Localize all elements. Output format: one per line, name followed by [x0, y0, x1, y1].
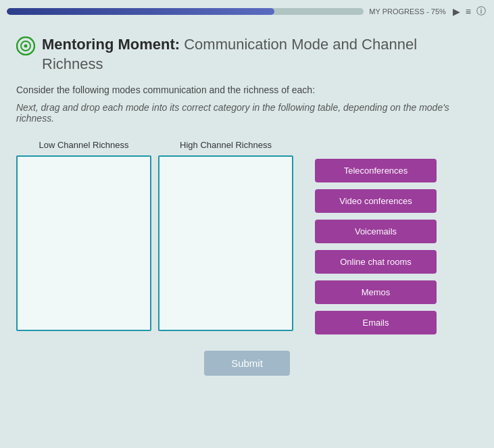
columns-container: Low Channel Richness High Channel Richne…: [16, 140, 293, 331]
high-channel-drop-zone[interactable]: [158, 155, 293, 331]
item-emails[interactable]: Emails: [315, 311, 437, 334]
high-channel-label: High Channel Richness: [180, 140, 272, 150]
top-icons: ▶ ≡ ⓘ: [451, 4, 487, 19]
mentoring-icon: [16, 36, 35, 55]
main-content: Mentoring Moment: Communication Mode and…: [0, 23, 494, 388]
instruction-line2: Next, drag and drop each mode into its c…: [16, 102, 478, 124]
item-video-conferences[interactable]: Video conferences: [315, 189, 437, 213]
drag-items-list: Teleconferences Video conferences Voicem…: [315, 140, 437, 334]
low-channel-drop-zone[interactable]: [16, 155, 151, 331]
high-channel-column: High Channel Richness: [158, 140, 293, 331]
page-title: Mentoring Moment: Communication Mode and…: [42, 35, 478, 74]
progress-track: [7, 8, 364, 15]
item-online-chat-rooms[interactable]: Online chat rooms: [315, 250, 437, 274]
progress-label: MY PROGRESS - 75%: [369, 7, 446, 16]
low-channel-column: Low Channel Richness: [16, 140, 151, 331]
item-voicemails[interactable]: Voicemails: [315, 220, 437, 243]
item-memos[interactable]: Memos: [315, 280, 437, 304]
info-button[interactable]: ⓘ: [475, 4, 487, 19]
low-channel-label: Low Channel Richness: [39, 140, 129, 150]
drag-drop-area: Low Channel Richness High Channel Richne…: [16, 140, 478, 334]
instruction-line1: Consider the following modes communicati…: [16, 84, 478, 95]
play-button[interactable]: ▶: [451, 5, 462, 18]
submit-row: Submit: [16, 351, 478, 376]
svg-point-2: [24, 45, 28, 48]
title-bold: Mentoring Moment:: [42, 36, 180, 53]
submit-button[interactable]: Submit: [204, 351, 290, 376]
title-row: Mentoring Moment: Communication Mode and…: [16, 35, 478, 74]
item-teleconferences[interactable]: Teleconferences: [315, 159, 437, 182]
progress-fill: [7, 8, 274, 15]
list-button[interactable]: ≡: [464, 5, 472, 18]
progress-bar-row: MY PROGRESS - 75% ▶ ≡ ⓘ: [0, 0, 494, 23]
